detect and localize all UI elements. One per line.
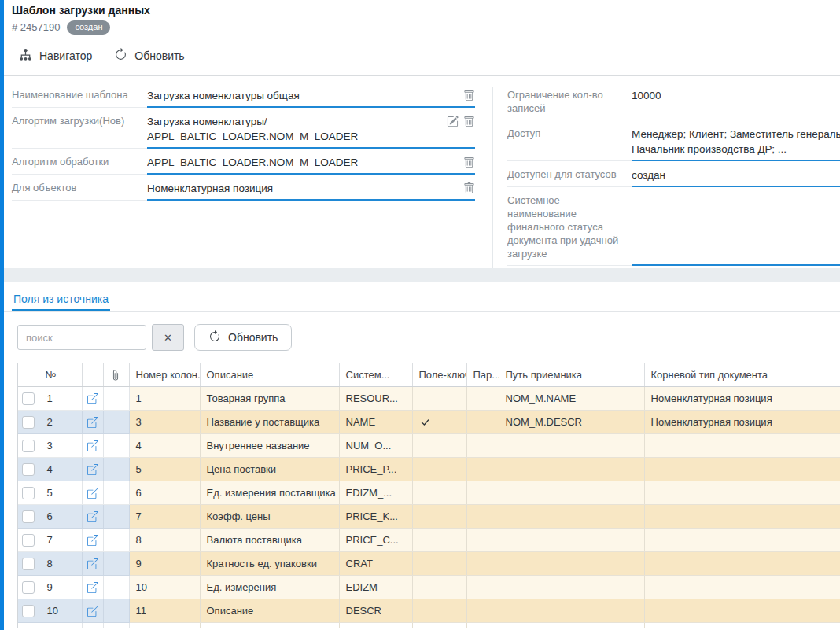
- cell-system-name[interactable]: DESCR: [339, 599, 412, 623]
- row-checkbox[interactable]: [22, 558, 35, 570]
- cell-col-number[interactable]: 1: [129, 387, 200, 411]
- cell-root-doc-type[interactable]: [644, 599, 840, 623]
- open-record-icon[interactable]: [87, 581, 98, 593]
- cell-param[interactable]: [466, 387, 499, 411]
- cell-key-field[interactable]: [412, 458, 466, 481]
- cell-receiver-path[interactable]: NOM_M.DESCR: [499, 411, 644, 434]
- cell-root-doc-type[interactable]: [644, 552, 840, 576]
- open-record-icon[interactable]: [87, 510, 98, 522]
- table-refresh-button[interactable]: Обновить: [194, 324, 292, 351]
- table-row[interactable]: 910Ед. измеренияEDIZM: [18, 576, 840, 599]
- tab-source-fields[interactable]: Поля из источника: [12, 293, 110, 311]
- cell-receiver-path[interactable]: NOM_M.NAME: [499, 387, 644, 411]
- cell-param[interactable]: [466, 552, 499, 576]
- cell-key-field[interactable]: [412, 505, 466, 529]
- cell-root-doc-type[interactable]: Номенклатурная позиция: [644, 411, 840, 434]
- clear-field-button[interactable]: [463, 182, 475, 194]
- cell-description[interactable]: Кратность ед. упаковки: [200, 552, 339, 576]
- cell-root-doc-type[interactable]: [644, 505, 840, 529]
- cell-root-doc-type[interactable]: [644, 576, 840, 599]
- cell-system-name[interactable]: NAME: [339, 411, 412, 434]
- cell-param[interactable]: [466, 411, 499, 434]
- cell-description[interactable]: Валюта поставщика: [200, 529, 339, 552]
- row-checkbox[interactable]: [22, 416, 35, 429]
- cell-receiver-path[interactable]: [499, 599, 644, 623]
- cell-description[interactable]: Название у поставщика: [200, 411, 339, 434]
- template-name-value[interactable]: Загрузка номенклатуры общая: [147, 88, 459, 103]
- load-algorithm-value[interactable]: Загрузка номенклатуры/ APPL_BALTIC_LOADE…: [147, 114, 442, 144]
- cell-param[interactable]: [466, 434, 499, 458]
- cell-param[interactable]: [466, 576, 499, 599]
- table-row[interactable]: 45Цена поставкиPRICE_P...: [18, 458, 840, 481]
- cell-description[interactable]: Товарная группа: [200, 387, 339, 411]
- cell-system-name[interactable]: EDIZM: [339, 576, 412, 599]
- cell-root-doc-type[interactable]: [644, 434, 840, 458]
- open-record-icon[interactable]: [87, 558, 98, 569]
- cell-param[interactable]: [466, 505, 499, 529]
- edit-field-button[interactable]: [447, 116, 459, 127]
- process-algorithm-value[interactable]: APPL_BALTIC_LOADER.NOM_M_LOADER: [147, 155, 459, 170]
- cell-key-field[interactable]: [412, 411, 466, 434]
- cell-system-name[interactable]: PRICE_C...: [339, 529, 412, 552]
- cell-root-doc-type[interactable]: Номенклатурная позиция: [644, 387, 840, 411]
- table-row[interactable]: 56Ед. измерения поставщикаEDIZM_...: [18, 481, 840, 505]
- clear-field-button[interactable]: [463, 90, 475, 101]
- cell-param[interactable]: [466, 458, 499, 481]
- header-key-field[interactable]: Поле-ключ: [412, 363, 466, 387]
- table-row[interactable]: 11Товарная группаRESOUR...NOM_M.NAMEНоме…: [18, 387, 840, 411]
- cell-receiver-path[interactable]: [499, 434, 644, 458]
- open-record-icon[interactable]: [87, 416, 98, 428]
- cell-root-doc-type[interactable]: [644, 458, 840, 481]
- toolbar-refresh-button[interactable]: Обновить: [114, 48, 184, 64]
- open-record-icon[interactable]: [87, 392, 98, 404]
- cell-receiver-path[interactable]: [499, 505, 644, 529]
- cell-col-number[interactable]: 4: [129, 434, 200, 458]
- cell-col-number[interactable]: 7: [129, 505, 200, 529]
- cell-key-field[interactable]: [412, 529, 466, 552]
- table-row[interactable]: 34Внутреннее названиеNUM_O...: [18, 434, 840, 458]
- table-row[interactable]: 67Коэфф. ценыPRICE_K...: [18, 505, 840, 529]
- cell-root-doc-type[interactable]: [644, 481, 840, 505]
- table-row[interactable]: 78Валюта поставщикаPRICE_C...: [18, 529, 840, 552]
- cell-receiver-path[interactable]: [499, 529, 644, 552]
- cell-receiver-path[interactable]: [499, 552, 644, 576]
- row-checkbox[interactable]: [22, 392, 35, 405]
- cell-system-name[interactable]: CRAT: [339, 552, 412, 576]
- open-record-icon[interactable]: [87, 605, 98, 617]
- navigator-button[interactable]: Навигатор: [19, 48, 92, 64]
- access-value[interactable]: Менеджер; Клиент; Заместитель генеральн …: [632, 127, 840, 157]
- available-statuses-value[interactable]: создан: [632, 168, 840, 182]
- cell-param[interactable]: [466, 599, 499, 623]
- cell-system-name[interactable]: PRICE_P...: [339, 458, 412, 481]
- cell-col-number[interactable]: 3: [129, 411, 200, 434]
- row-checkbox[interactable]: [22, 440, 35, 452]
- header-num[interactable]: №: [39, 363, 82, 387]
- search-input[interactable]: [17, 325, 146, 350]
- record-limit-value[interactable]: 10000: [632, 88, 840, 103]
- cell-description[interactable]: Цена поставки: [200, 458, 339, 481]
- header-param[interactable]: Пар...: [466, 363, 499, 387]
- row-checkbox[interactable]: [22, 605, 35, 617]
- table-row[interactable]: 1011ОписаниеDESCR: [18, 599, 840, 623]
- cell-param[interactable]: [466, 481, 499, 505]
- row-checkbox[interactable]: [22, 510, 35, 523]
- cell-key-field[interactable]: [412, 481, 466, 505]
- row-checkbox[interactable]: [22, 534, 35, 547]
- row-checkbox[interactable]: [22, 581, 35, 594]
- cell-description[interactable]: Коэфф. цены: [200, 505, 339, 529]
- cell-description[interactable]: Ед. измерения поставщика: [200, 481, 339, 505]
- cell-col-number[interactable]: 6: [129, 481, 200, 505]
- cell-system-name[interactable]: NUM_O...: [339, 434, 412, 458]
- cell-key-field[interactable]: [412, 552, 466, 576]
- cell-col-number[interactable]: 5: [129, 458, 200, 481]
- header-system[interactable]: Систем...: [339, 363, 412, 387]
- header-root-doc-type[interactable]: Корневой тип документа: [644, 363, 840, 387]
- cell-receiver-path[interactable]: [499, 576, 644, 599]
- row-checkbox[interactable]: [22, 487, 35, 499]
- header-receiver-path[interactable]: Путь приемника: [499, 363, 644, 387]
- cell-description[interactable]: Внутреннее название: [200, 434, 339, 458]
- open-record-icon[interactable]: [87, 463, 98, 475]
- clear-search-button[interactable]: ✕: [152, 324, 184, 351]
- cell-col-number[interactable]: 10: [129, 576, 200, 599]
- cell-receiver-path[interactable]: [499, 458, 644, 481]
